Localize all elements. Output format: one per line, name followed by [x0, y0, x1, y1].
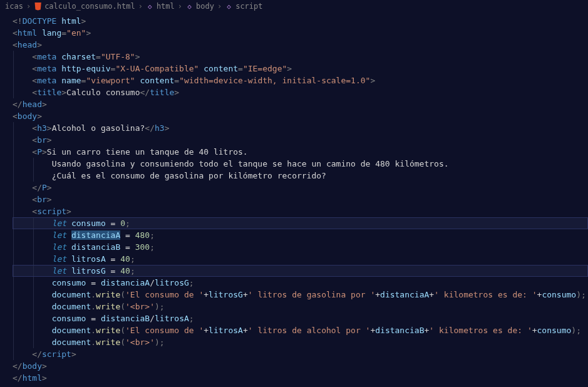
breadcrumb[interactable]: icas › calculo_consumo.html › ◇ html › ◇… — [0, 0, 588, 13]
code-token: DOCTYPE — [23, 16, 57, 26]
code-line[interactable]: </P> — [13, 182, 588, 194]
code-line[interactable]: let distanciaA = 480; — [13, 229, 588, 241]
code-token: script — [42, 349, 71, 359]
code-token: content — [199, 64, 238, 73]
code-token: http-equiv — [56, 64, 110, 73]
code-token: > — [81, 16, 86, 26]
code-line[interactable]: <meta http-equiv="X-UA-Compatible" conte… — [13, 63, 588, 75]
breadcrumb-segment-script[interactable]: ◇ script — [225, 1, 262, 13]
code-token: lang — [37, 28, 61, 38]
breadcrumb-segment-body[interactable]: ◇ body — [185, 1, 214, 13]
code-token: Usando gasolina y consumiendo todo el ta… — [52, 159, 449, 168]
code-line[interactable]: let litrosG = 40; — [13, 265, 588, 277]
code-token: br — [37, 135, 47, 145]
code-token: Si un carro tiene un tanque de 40 litros… — [47, 147, 248, 157]
code-token: body — [18, 111, 37, 121]
code-line[interactable]: Usando gasolina y consumiendo todo el ta… — [13, 158, 588, 170]
code-line[interactable]: </script> — [13, 348, 588, 360]
code-token: + — [243, 326, 248, 335]
code-line[interactable]: consumo = distanciaA/litrosG; — [13, 277, 588, 289]
code-token: > — [165, 123, 170, 133]
code-line[interactable]: <title>Calculo consumo</title> — [13, 86, 588, 98]
code-line[interactable]: document.write('<br>'); — [13, 336, 588, 348]
code-token: + — [375, 290, 380, 299]
breadcrumb-segment-html[interactable]: ◇ html — [146, 1, 175, 13]
code-token: ( — [120, 302, 125, 311]
code-token: + — [204, 290, 209, 299]
code-token: h3 — [155, 123, 165, 133]
code-line[interactable]: let litrosA = 40; — [13, 253, 588, 265]
code-token: write — [96, 326, 120, 335]
code-token: < — [13, 28, 18, 38]
code-token: > — [71, 349, 76, 359]
code-token: consumo — [66, 219, 106, 228]
code-line[interactable]: <html lang="en"> — [13, 27, 588, 39]
code-token: meta — [37, 52, 56, 61]
code-line[interactable]: document.write('<br>'); — [13, 301, 588, 312]
code-token: . — [91, 290, 96, 299]
code-token: write — [96, 302, 120, 311]
code-line[interactable]: <h3>Alcohol o gasolina?</h3> — [13, 122, 588, 134]
code-line[interactable]: <br> — [13, 134, 588, 146]
code-token: = — [86, 314, 100, 323]
code-token: ; — [150, 242, 155, 252]
code-token: html — [18, 28, 37, 38]
code-token: < — [32, 76, 37, 85]
breadcrumb-folder[interactable]: icas — [5, 1, 23, 13]
code-token: name — [56, 76, 81, 85]
code-token: = — [106, 266, 120, 276]
code-line[interactable]: <meta name="viewport" content="width=dev… — [13, 75, 588, 86]
code-token: litrosG — [66, 266, 106, 276]
code-line[interactable]: <P>Si un carro tiene un tanque de 40 lit… — [13, 146, 588, 158]
code-line[interactable]: let consumo = 0; — [13, 217, 588, 229]
code-line[interactable]: <body> — [13, 110, 588, 122]
code-line[interactable]: ¿Cuál es el consumo de gasolina por kiló… — [13, 170, 588, 182]
code-line[interactable]: <head> — [13, 39, 588, 51]
code-token: distanciaB — [66, 242, 120, 252]
code-line[interactable]: <script> — [13, 205, 588, 217]
code-line[interactable]: let distanciaB = 300; — [13, 241, 588, 253]
code-token: '<br>' — [125, 338, 155, 347]
code-token: </ — [32, 349, 42, 359]
code-token: > — [42, 373, 47, 383]
code-editor[interactable]: <!DOCTYPE html><html lang="en"><head> <m… — [0, 13, 588, 387]
code-token: ' litros de gasolina por ' — [248, 290, 376, 299]
breadcrumb-file[interactable]: calculo_consumo.html — [34, 1, 135, 13]
code-token: ( — [120, 338, 125, 347]
code-line[interactable]: <br> — [13, 194, 588, 205]
structure-icon: ◇ — [185, 3, 193, 11]
code-line[interactable]: document.write('El consumo de '+litrosA+… — [13, 324, 588, 336]
code-token: > — [135, 52, 140, 61]
code-token: br — [37, 195, 47, 204]
code-line[interactable]: document.write('El consumo de '+litrosG+… — [13, 289, 588, 301]
code-token: </ — [140, 88, 150, 97]
code-line[interactable]: </body> — [13, 360, 588, 372]
code-token: litrosG — [155, 278, 189, 287]
code-line[interactable]: <meta charset="UTF-8"> — [13, 51, 588, 63]
code-token: "IE=edge" — [243, 64, 287, 73]
code-token: < — [32, 135, 37, 145]
code-token: ); — [155, 338, 165, 347]
code-token: document — [52, 338, 91, 347]
code-line[interactable]: </head> — [13, 98, 588, 110]
code-token: > — [287, 64, 292, 73]
code-line[interactable]: consumo = distanciaB/litrosA; — [13, 312, 588, 324]
code-token: body — [23, 361, 42, 371]
code-token: ' kilometros es de: ' — [434, 290, 537, 299]
code-line[interactable]: <!DOCTYPE html> — [13, 15, 588, 27]
code-token: Calculo consumo — [66, 88, 140, 97]
code-token: ); — [576, 290, 586, 299]
code-token: litrosG — [209, 290, 243, 299]
code-token: script — [37, 207, 66, 216]
code-line[interactable]: </html> — [13, 372, 588, 384]
code-token: > — [66, 207, 71, 216]
code-token: ; — [130, 254, 135, 264]
code-token: > — [42, 361, 47, 371]
code-token: . — [91, 302, 96, 311]
code-token: 300 — [135, 242, 150, 252]
code-token: = — [61, 28, 66, 38]
code-token: meta — [37, 64, 56, 73]
code-token: distanciaB — [101, 314, 150, 323]
code-token: = — [106, 254, 120, 264]
code-token: </ — [13, 373, 23, 383]
